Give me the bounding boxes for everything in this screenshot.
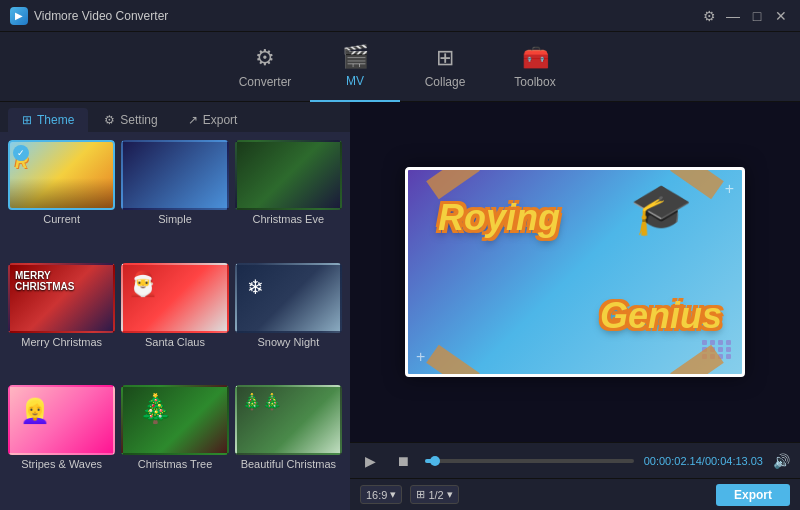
titlebar-left: ▶ Vidmore Video Converter [10,7,168,25]
tab-theme[interactable]: ⊞ Theme [8,108,88,132]
theme-santa-claus-label: Santa Claus [121,333,228,351]
theme-grid: ✓ R Current Simple Christmas Eve [0,132,350,510]
play-button[interactable]: ▶ [360,450,381,472]
nav-mv[interactable]: 🎬 MV [310,32,400,102]
controls-bar: ▶ ⏹ 00:00:02.14/00:04:13.03 🔊 [350,442,800,478]
export-button[interactable]: Export [716,484,790,506]
theme-check-icon: ✓ [13,145,29,161]
main-layout: ⊞ Theme ⚙ Setting ↗ Export ✓ R Current [0,102,800,510]
converter-icon: ⚙ [255,45,275,71]
theme-current-thumb: ✓ R [8,140,115,210]
toolbox-icon: 🧰 [522,45,549,71]
grad-cap-icon: 🎓 [630,180,692,238]
time-display: 00:00:02.14/00:04:13.03 [644,455,763,467]
tab-setting[interactable]: ⚙ Setting [90,108,171,132]
export-bar: 16:9 ▾ ⊞ 1/2 ▾ Export [350,478,800,510]
plus-topright-icon: + [725,180,734,198]
theme-snowy-night[interactable]: ❄ Snowy Night [235,263,342,380]
titlebar: ▶ Vidmore Video Converter ⚙ — □ ✕ [0,0,800,32]
ratio-label: 16:9 [366,489,387,501]
theme-beautiful-christmas[interactable]: 🎄🎄 Beautiful Christmas [235,385,342,502]
nav-mv-label: MV [346,74,364,88]
right-panel: + + Roying Genius 🎓 ▶ ⏹ [350,102,800,510]
minimize-btn[interactable]: — [724,7,742,25]
theme-christmas-eve-thumb [235,140,342,210]
theme-christmas-eve[interactable]: Christmas Eve [235,140,342,257]
settings-btn[interactable]: ⚙ [700,7,718,25]
page-chevron-icon: ▾ [447,488,453,501]
theme-merry-christmas-label: Merry Christmas [8,333,115,351]
collage-icon: ⊞ [436,45,454,71]
app-icon: ▶ [10,7,28,25]
tab-export[interactable]: ↗ Export [174,108,252,132]
theme-snowy-night-label: Snowy Night [235,333,342,351]
left-panel: ⊞ Theme ⚙ Setting ↗ Export ✓ R Current [0,102,350,510]
theme-stripes-thumb: 👱‍♀️ [8,385,115,455]
theme-current-label: Current [8,210,115,228]
theme-christmas-eve-label: Christmas Eve [235,210,342,228]
volume-icon[interactable]: 🔊 [773,453,790,469]
theme-stripes-waves[interactable]: 👱‍♀️ Stripes & Waves [8,385,115,502]
preview-frame: + + Roying Genius 🎓 [405,167,745,377]
nav-collage[interactable]: ⊞ Collage [400,32,490,102]
theme-simple-thumb [121,140,228,210]
theme-christmas-tree-label: Christmas Tree [121,455,228,473]
nav-converter-label: Converter [239,75,292,89]
page-label: 1/2 [428,489,443,501]
theme-santa-claus[interactable]: 🎅 Santa Claus [121,263,228,380]
ratio-chevron-icon: ▾ [390,488,396,501]
stop-button[interactable]: ⏹ [391,450,415,472]
theme-beautiful-thumb: 🎄🎄 [235,385,342,455]
time-current: 00:00:02.14 [644,455,702,467]
app-title: Vidmore Video Converter [34,9,168,23]
nav-toolbox[interactable]: 🧰 Toolbox [490,32,580,102]
progress-indicator [430,456,440,466]
theme-current[interactable]: ✓ R Current [8,140,115,257]
theme-stripes-waves-label: Stripes & Waves [8,455,115,473]
preview-text-genius: Genius [600,298,722,334]
nav-converter[interactable]: ⚙ Converter [220,32,310,102]
time-total: 00:04:13.03 [705,455,763,467]
theme-christmas-tree-thumb: 🎄 [121,385,228,455]
maximize-btn[interactable]: □ [748,7,766,25]
theme-beautiful-christmas-label: Beautiful Christmas [235,455,342,473]
theme-santa-thumb: 🎅 [121,263,228,333]
plus-bottomleft-icon: + [416,348,425,366]
mv-icon: 🎬 [342,44,369,70]
theme-merry-thumb: MERRYCHRISTMAS [8,263,115,333]
theme-christmas-tree[interactable]: 🎄 Christmas Tree [121,385,228,502]
theme-simple-label: Simple [121,210,228,228]
theme-snowy-thumb: ❄ [235,263,342,333]
preview-content: + + Roying Genius 🎓 [408,170,742,374]
titlebar-controls: ⚙ — □ ✕ [700,7,790,25]
theme-simple[interactable]: Simple [121,140,228,257]
top-navigation: ⚙ Converter 🎬 MV ⊞ Collage 🧰 Toolbox [0,32,800,102]
nav-collage-label: Collage [425,75,466,89]
page-select[interactable]: ⊞ 1/2 ▾ [410,485,458,504]
preview-text-roving: Roying [438,200,560,236]
close-btn[interactable]: ✕ [772,7,790,25]
ratio-select[interactable]: 16:9 ▾ [360,485,402,504]
panel-tabs: ⊞ Theme ⚙ Setting ↗ Export [0,102,350,132]
progress-bar[interactable] [425,459,634,463]
preview-area: + + Roying Genius 🎓 [350,102,800,442]
nav-toolbox-label: Toolbox [514,75,555,89]
theme-merry-christmas[interactable]: MERRYCHRISTMAS Merry Christmas [8,263,115,380]
